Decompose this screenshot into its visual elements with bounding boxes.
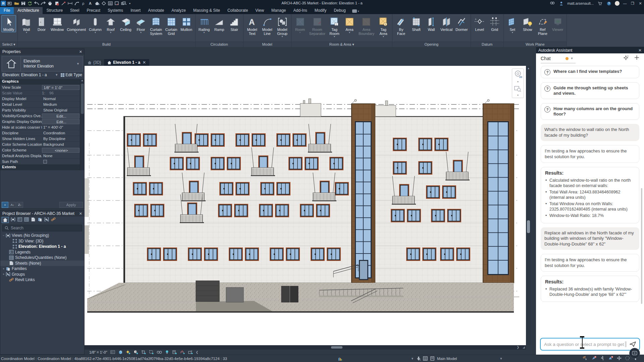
tree-item-schedules-quantities-none-[interactable]: Schedules/Quantities (None) — [0, 255, 84, 261]
search-icon[interactable] — [549, 1, 555, 6]
signed-in-user[interactable]: matt.arsenault... — [567, 1, 594, 5]
tree-item-groups[interactable]: ＋Groups — [0, 272, 84, 277]
spline-icon[interactable] — [74, 1, 80, 6]
home-view-icon[interactable]: ▾ — [94, 1, 100, 6]
show-button[interactable]: Show — [520, 15, 535, 32]
rho-icon[interactable]: ρ — [80, 1, 87, 6]
column-button[interactable]: Column▾ — [88, 15, 103, 34]
property-row-discipline[interactable]: DisciplineCoordination — [0, 130, 84, 136]
set-button[interactable]: Set▾ — [505, 15, 520, 34]
property-row-sun-path[interactable]: Sun Path — [0, 159, 84, 165]
chat-scroll-area[interactable]: ?Where can I find view templates??Guide … — [536, 64, 644, 336]
home-icon[interactable] — [2, 217, 9, 223]
ribbon-tab-annotate[interactable]: Annotate — [144, 7, 168, 14]
ribbon-tab-manage[interactable]: Manage — [268, 7, 289, 14]
redo-icon[interactable]: ▾ — [40, 1, 46, 6]
navigation-bar[interactable]: 2D ▾ ▾ — [512, 69, 524, 98]
chat-dropdown-icon[interactable]: ▼ — [571, 57, 574, 60]
drag-elements-icon[interactable] — [616, 356, 622, 361]
temporary-hide-icon[interactable] — [165, 350, 169, 354]
window-button[interactable]: Window — [49, 15, 65, 32]
view-tab-elevation-1-a[interactable]: Elevation 1 - a✕ — [104, 59, 149, 66]
property-row-scale-value[interactable]: Scale Value1:96 — [0, 90, 84, 96]
chat-tab[interactable]: Chat — [541, 56, 569, 61]
expand-icon[interactable]: ＋ — [2, 272, 5, 276]
tree-item-elevation-elevation-1-a[interactable]: Elevation: Elevation 1 - a — [0, 244, 84, 250]
level-button[interactable]: .1Level — [472, 15, 487, 32]
detail-level-icon[interactable] — [110, 350, 115, 354]
property-row-hide-at-scales-coarser-t-[interactable]: Hide at scales coarser t...1" = 400'-0" — [0, 125, 84, 130]
links-icon[interactable] — [51, 217, 56, 223]
railing-button[interactable]: Railing▾ — [197, 15, 212, 34]
property-row-show-hidden-lines[interactable]: Show Hidden LinesBy Discipline — [0, 136, 84, 142]
tag-room-button[interactable]: 1Tag Room▾ — [327, 15, 342, 38]
suggestion-card[interactable]: ?Where can I find view templates? — [541, 66, 639, 78]
new-chat-icon[interactable] — [634, 55, 639, 62]
sun-path-checkbox[interactable] — [43, 160, 47, 164]
properties-close-icon[interactable]: ✕ — [79, 50, 82, 54]
project-browser-close-icon[interactable]: ✕ — [79, 212, 82, 216]
main-model-label[interactable]: Main Model — [437, 357, 457, 361]
ribbon-tab-structure[interactable]: Structure — [43, 7, 66, 14]
ribbon-tab-modify[interactable]: Modify — [311, 7, 330, 14]
ref-plane-button[interactable]: Ref Plane — [535, 15, 550, 36]
temporary-view-props-icon[interactable] — [172, 350, 177, 354]
chat-input[interactable] — [544, 342, 625, 347]
open-icon[interactable] — [13, 1, 19, 6]
expand-icon[interactable]: ＋ — [2, 267, 5, 271]
displaced-elements-icon[interactable] — [188, 350, 193, 354]
suggestion-card[interactable]: ?Guide me through setting up sheets and … — [541, 82, 639, 99]
undo-icon[interactable]: ▾ — [34, 1, 40, 6]
viewbar-collapse-icon[interactable]: ❮ — [196, 351, 199, 354]
ribbon-tab-collaborate[interactable]: Collaborate — [224, 7, 252, 14]
dormer-button[interactable]: Dormer — [454, 15, 469, 32]
ramp-button[interactable]: Ramp — [212, 15, 227, 32]
user-icon[interactable] — [558, 1, 564, 6]
project-icon[interactable] — [7, 1, 13, 6]
save-icon[interactable] — [20, 1, 26, 6]
curtain-system-button[interactable]: Curtain System — [149, 15, 164, 36]
worksets-icon[interactable] — [423, 356, 428, 361]
design-options-dropdown-icon[interactable]: ▼ — [499, 357, 502, 360]
instance-dropdown-icon[interactable]: ▼ — [55, 73, 58, 77]
curtain-grid-button[interactable]: Curtain Grid — [164, 15, 179, 36]
close-button[interactable]: ✕ — [638, 1, 643, 6]
mullion-button[interactable]: Mullion — [179, 15, 194, 32]
ribbon-tab-analyze[interactable]: Analyze — [168, 7, 190, 14]
tree-item-views-no-grouping-[interactable]: −Views (No Grouping) — [0, 233, 84, 238]
property-row-detail-level[interactable]: Detail LevelMedium — [0, 102, 84, 107]
assistant-floating-button[interactable] — [629, 348, 640, 359]
design-options-icon[interactable] — [430, 356, 435, 361]
chat-scrollbar[interactable] — [641, 188, 642, 304]
suggestion-card[interactable]: ?How many columns are on the ground floo… — [541, 103, 639, 120]
select-face-icon[interactable] — [608, 356, 613, 361]
tree-item-3d-view-3d-[interactable]: 3D View: {3D} — [0, 238, 84, 244]
minimize-button[interactable]: — — [623, 1, 627, 5]
dotted-circle-icon[interactable] — [625, 356, 630, 361]
text-icon[interactable]: A — [87, 1, 93, 6]
tree-item-legends[interactable]: Legends — [0, 250, 84, 255]
views-icon[interactable] — [11, 217, 15, 223]
tree-item-sheets-none-[interactable]: Sheets (None) — [0, 261, 84, 266]
property-row-color-scheme-location[interactable]: Color Scheme LocationBackground — [0, 142, 84, 147]
property-row-default-analysis-displa-[interactable]: Default Analysis Displa...None — [0, 153, 84, 159]
ribbon-tab-systems[interactable]: Systems — [104, 7, 127, 14]
property-row-parts-visibility[interactable]: Parts VisibilityShow Original — [0, 107, 84, 113]
vertical-button[interactable]: Vertical — [439, 15, 454, 32]
families-icon[interactable] — [38, 217, 42, 223]
select-links-icon[interactable] — [583, 356, 588, 361]
shadows-icon[interactable] — [133, 350, 138, 354]
drawing-canvas[interactable]: 2D ▾ ▾ — [85, 66, 526, 345]
groups-icon[interactable] — [44, 217, 49, 223]
floor-button[interactable]: Floor▾ — [133, 15, 148, 34]
ribbon-tab-architecture[interactable]: Architecture — [14, 7, 43, 14]
horizontal-scrollbar[interactable]: ❯◢ — [85, 345, 526, 350]
modify-button[interactable]: Modify — [1, 15, 16, 32]
measure-icon[interactable] — [60, 1, 66, 6]
select-pinned-icon[interactable] — [600, 356, 605, 361]
dimension-icon[interactable] — [67, 1, 73, 6]
apply-button[interactable]: Apply — [59, 202, 83, 208]
reveal-hidden-icon[interactable] — [157, 350, 162, 354]
collapse-icon[interactable]: − — [2, 234, 5, 237]
roof-button[interactable]: Roof▾ — [103, 15, 118, 34]
